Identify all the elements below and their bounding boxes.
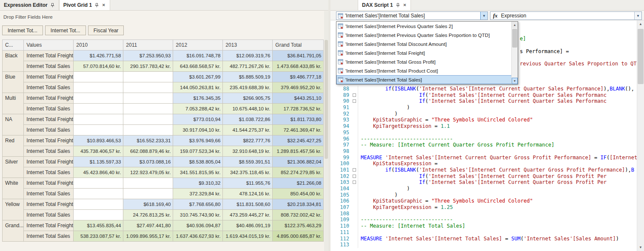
pivot-cell[interactable]: 4.895.000.685,87 kr. — [273, 231, 324, 242]
fold-marker-icon[interactable] — [353, 99, 356, 103]
pivot-cell[interactable]: 482.771.267,26 kr. — [223, 61, 273, 72]
tab-pivot-grid[interactable]: Pivot Grid 1 ✕ — [59, 0, 110, 10]
pivot-cell[interactable]: $9.486.777,18 — [273, 72, 324, 82]
scrollbar-thumb[interactable] — [512, 29, 517, 48]
pivot-cell[interactable]: $443.251,10 — [273, 93, 324, 104]
pivot-cell[interactable]: 159.077.523,34 kr. — [173, 146, 223, 157]
pivot-cell[interactable]: $3.073.088,16 — [123, 157, 173, 167]
close-icon[interactable]: ✕ — [102, 3, 106, 7]
row-header-color[interactable]: Yellow — [3, 199, 24, 220]
pin-icon[interactable] — [94, 3, 99, 8]
pivot-cell[interactable]: $5.885.509,19 — [223, 72, 273, 82]
pivot-cell[interactable]: 1.289.815.457,56 kr. — [273, 146, 324, 157]
pivot-cell[interactable] — [123, 125, 173, 135]
code-line[interactable]: 107 KpiTargetExpression = 1.25 — [331, 204, 637, 211]
pivot-cell[interactable]: $7.253.950,93 — [123, 51, 173, 61]
pivot-cell[interactable]: 1.099.896.955,17 kr. — [123, 231, 173, 242]
pivot-cell[interactable] — [74, 210, 123, 220]
row-header-measure[interactable]: Internet Total Sales — [24, 61, 74, 72]
pivot-cell[interactable] — [123, 114, 173, 125]
row-header-measure[interactable]: Internet Total Sales — [24, 231, 74, 242]
row-header-measure[interactable]: Internet Total Freight — [24, 72, 74, 82]
pivot-cell[interactable]: $122.375.463,29 — [273, 220, 324, 231]
pivot-cell[interactable]: 290.157.783,42 kr. — [123, 61, 173, 72]
pivot-cell[interactable]: 1.473.668.433,85 kr. — [273, 61, 324, 72]
code-line[interactable]: 109------------------------------ — [331, 217, 637, 223]
row-header-measure[interactable]: Internet Total Sales — [24, 146, 74, 157]
pivot-cell[interactable]: 342.375.118,45 kr. — [223, 167, 273, 178]
tab-dax-script[interactable]: DAX Script 1 ✕ — [358, 0, 411, 10]
row-header-measure[interactable]: Internet Total Freight — [24, 51, 74, 61]
pivot-cell[interactable]: 1.619.434.015,19 kr. — [223, 231, 273, 242]
scroll-up-icon[interactable]: ▲ — [637, 20, 644, 28]
pivot-column-header[interactable]: C... — [3, 40, 24, 51]
row-header-measure[interactable]: Internet Total Freight — [24, 220, 74, 231]
code-line[interactable]: 89 If('Internet Sales'[Internet Current … — [331, 92, 637, 99]
row-header-color[interactable]: Black — [3, 51, 24, 72]
pivot-cell[interactable] — [74, 72, 123, 82]
scrollbar-thumb[interactable] — [325, 40, 328, 159]
code-line[interactable]: 98 — [331, 148, 637, 155]
pivot-column-header[interactable]: 2012 — [173, 40, 223, 51]
scroll-down-icon[interactable]: ▼ — [637, 244, 644, 251]
filter-field-button-1[interactable]: Internet Tot... — [45, 25, 86, 35]
pivot-cell[interactable]: 32.910.648,19 kr. — [223, 146, 273, 157]
code-line[interactable]: 94 KpiTargetExpression = 1.1 — [331, 123, 637, 130]
row-header-measure[interactable]: Internet Total Sales — [24, 210, 74, 220]
pivot-cell[interactable]: 72.461.369,47 kr. — [273, 125, 324, 135]
pivot-cell[interactable]: 478.124,16 kr. — [223, 189, 273, 199]
code-line[interactable]: 90 If('Internet Sales'[Internet Current … — [331, 98, 637, 104]
dropdown-item[interactable]: 'Internet Sales'[Internet Total Gross Pr… — [336, 57, 518, 66]
pivot-cell[interactable]: $21.306.882,04 — [273, 157, 324, 167]
pivot-cell[interactable]: $36.841.791,05 — [273, 51, 324, 61]
dropdown-item[interactable]: 'Internet Sales'[Internet Total Discount… — [336, 39, 518, 48]
pivot-cell[interactable]: 372.329,84 kr. — [173, 189, 223, 199]
drop-filter-area[interactable]: Drop Filter Fields Here — [3, 14, 53, 20]
close-icon[interactable]: ✕ — [403, 3, 407, 7]
pivot-cell[interactable]: $1.426.771,58 — [74, 51, 123, 61]
pivot-cell[interactable]: $1.811.733,80 — [273, 114, 324, 125]
row-header-measure[interactable]: Internet Total Sales — [24, 189, 74, 199]
pivot-cell[interactable]: $7.768.656,80 — [173, 199, 223, 210]
row-header-measure[interactable]: Internet Total Freight — [24, 199, 74, 210]
pivot-cell[interactable]: 30.917.094,10 kr. — [173, 125, 223, 135]
code-line[interactable]: 113 — [331, 242, 637, 248]
pivot-cell[interactable]: 852.274.279,85 kr. — [273, 167, 324, 178]
pivot-cell[interactable]: $8.538.805,04 — [173, 157, 223, 167]
pivot-cell[interactable]: 808.732.002,42 kr. — [273, 210, 324, 220]
code-line[interactable]: 99MEASURE 'Internet Sales'[Internet Curr… — [331, 155, 637, 161]
code-line[interactable]: 100 KpiStatusExpression = — [331, 161, 637, 167]
pivot-cell[interactable]: $266.905,75 — [223, 93, 273, 104]
pivot-cell[interactable]: $822.777,76 — [223, 135, 273, 146]
row-header-color[interactable]: NA — [3, 114, 24, 135]
dax-code-editor[interactable]: 88 if(ISBLANK('Internet Sales'[Internet … — [331, 20, 637, 251]
row-header-color[interactable]: Grand... — [3, 220, 24, 242]
pivot-column-header[interactable]: 2010 — [74, 40, 123, 51]
pivot-cell[interactable]: $8.559.391,51 — [223, 157, 273, 167]
pivot-cell[interactable]: 24.726.813,25 kr. — [123, 210, 173, 220]
row-header-measure[interactable]: Internet Total Freight — [24, 114, 74, 125]
pivot-cell[interactable]: 122.923.479,05 kr. — [123, 167, 173, 178]
code-line[interactable]: 95 — [331, 130, 637, 136]
tab-expression-editor[interactable]: Expression Editor — [0, 0, 59, 10]
code-line[interactable]: 105 ) — [331, 192, 637, 198]
dropdown-item[interactable]: 'Internet Sales'[Internet Total Freight] — [336, 48, 518, 57]
row-header-measure[interactable]: Internet Total Freight — [24, 93, 74, 104]
code-line[interactable]: 103 If('Internet Sales'[Internet Current… — [331, 179, 637, 186]
pivot-cell[interactable]: $10.893.466,53 — [74, 135, 123, 146]
pivot-cell[interactable]: $13.455.835,44 — [74, 220, 123, 231]
filter-field-button-2[interactable]: Fiscal Year — [88, 25, 124, 35]
scrollbar-thumb[interactable] — [638, 29, 644, 84]
code-line[interactable]: 101 if(ISBLANK('Internet Sales'[Internet… — [331, 167, 637, 173]
filter-field-button-0[interactable]: Internet Tot... — [2, 25, 43, 35]
pivot-cell[interactable] — [123, 72, 173, 82]
pivot-cell[interactable] — [74, 178, 123, 189]
code-line[interactable]: 110-- Measure: [Internet Total Sales] — [331, 223, 637, 229]
scroll-up-icon[interactable]: ▲ — [512, 22, 518, 28]
pivot-cell[interactable]: $21.266,08 — [273, 178, 324, 189]
pivot-cell[interactable]: 144.050.263,81 kr. — [173, 82, 223, 93]
row-header-color[interactable]: Multi — [3, 93, 24, 114]
row-header-measure[interactable]: Internet Total Sales — [24, 125, 74, 135]
pivot-cell[interactable]: $3.601.267,99 — [173, 72, 223, 82]
pivot-cell[interactable]: 57.070.814,60 kr. — [74, 61, 123, 72]
